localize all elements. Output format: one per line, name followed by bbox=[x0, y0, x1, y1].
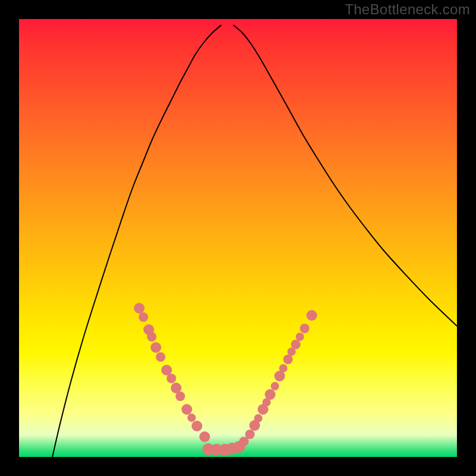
curve-right bbox=[233, 25, 457, 326]
data-marker bbox=[265, 389, 275, 400]
data-marker bbox=[139, 312, 148, 322]
data-marker bbox=[147, 332, 156, 342]
data-marker bbox=[181, 404, 192, 415]
data-marker bbox=[271, 382, 279, 390]
data-marker bbox=[291, 340, 300, 349]
data-marker bbox=[156, 352, 165, 362]
marker-group bbox=[134, 303, 317, 456]
data-marker bbox=[187, 414, 196, 422]
data-marker bbox=[283, 355, 293, 364]
data-marker bbox=[192, 421, 202, 431]
data-marker bbox=[176, 392, 185, 401]
watermark-text: TheBottleneck.com bbox=[345, 1, 470, 18]
bottleneck-curve-plot bbox=[19, 19, 457, 457]
data-marker bbox=[199, 431, 210, 442]
data-marker bbox=[167, 374, 176, 383]
curve-left bbox=[52, 25, 221, 457]
chart-canvas bbox=[19, 19, 457, 457]
data-marker bbox=[134, 303, 145, 314]
data-marker bbox=[151, 342, 161, 353]
data-marker bbox=[245, 430, 255, 439]
data-marker bbox=[306, 310, 317, 321]
data-marker bbox=[296, 333, 304, 341]
data-marker bbox=[254, 414, 262, 422]
data-marker bbox=[300, 324, 309, 333]
data-marker bbox=[233, 441, 245, 453]
data-marker bbox=[279, 364, 287, 372]
